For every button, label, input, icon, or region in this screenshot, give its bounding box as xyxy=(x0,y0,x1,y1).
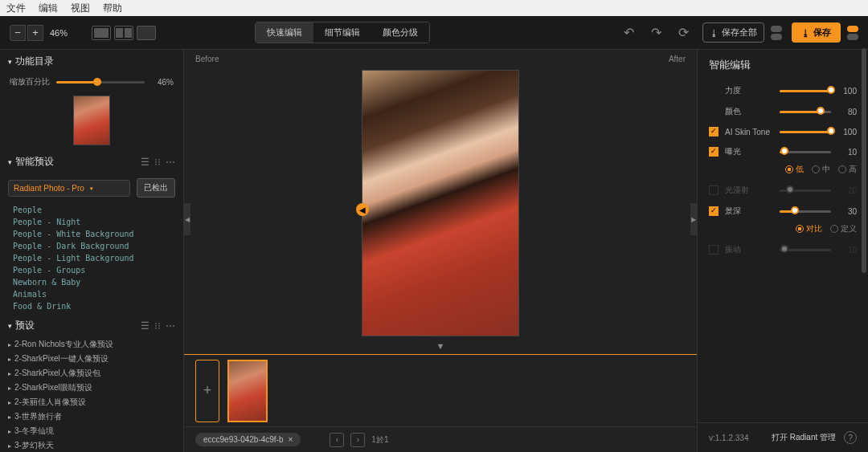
after-label: After xyxy=(669,55,686,63)
scrollbar[interactable] xyxy=(862,48,866,273)
section-preset[interactable]: 预设 ☰ ⁝⁝ ⋯ xyxy=(0,314,183,337)
zoom-in-button[interactable]: + xyxy=(27,25,43,41)
depth-contrast-radio[interactable]: 对比 xyxy=(796,223,822,234)
filmstrip-thumb[interactable] xyxy=(227,360,268,422)
strength-slider[interactable] xyxy=(780,90,831,92)
next-image-button[interactable]: › xyxy=(350,433,365,447)
zoom-slider-value: 46% xyxy=(151,78,174,87)
zoom-slider-label: 缩放百分比 xyxy=(10,76,50,88)
preset-item[interactable]: People - Dark Background xyxy=(13,240,170,252)
preset-item[interactable]: People - Light Background xyxy=(13,252,170,264)
preset-dropdown[interactable]: Radiant Photo - Pro ▾ xyxy=(8,180,130,197)
section-catalog[interactable]: 功能目录 xyxy=(0,50,183,73)
save-button[interactable]: ⭳ 保存 xyxy=(792,22,841,43)
exposure-high-radio[interactable]: 高 xyxy=(838,164,857,175)
edit-mode-tabs: 快速编辑 细节编辑 颜色分级 xyxy=(255,22,430,43)
exposure-slider[interactable] xyxy=(780,151,831,153)
menu-help[interactable]: 帮助 xyxy=(103,2,122,15)
filename-chip[interactable]: eccc9e93-042b-4c9f-b × xyxy=(195,433,301,446)
exposure-low-radio[interactable]: 低 xyxy=(785,164,804,175)
view-single-icon[interactable] xyxy=(92,26,111,40)
list-view-icon[interactable]: ☰ xyxy=(141,157,149,168)
shake-checkbox[interactable] xyxy=(709,245,719,255)
save-all-button[interactable]: ⭳ 保存全部 xyxy=(702,22,764,43)
list-view-icon[interactable]: ☰ xyxy=(141,320,149,332)
depth-define-radio[interactable]: 定义 xyxy=(830,223,857,234)
undo-icon[interactable]: ↶ xyxy=(620,24,638,42)
right-panel: 智能编辑 力度 100 颜色 80 AI Skin Tone 100 曝光 10… xyxy=(697,50,868,452)
tab-quick-edit[interactable]: 快速编辑 xyxy=(256,22,313,43)
collapse-right-handle[interactable]: ▶ xyxy=(690,203,697,235)
save-toggle[interactable] xyxy=(847,26,858,40)
exposure-mid-radio[interactable]: 中 xyxy=(812,164,830,175)
preset-item[interactable]: Newborn & Baby xyxy=(13,276,170,288)
close-icon[interactable]: × xyxy=(289,435,293,444)
param-diffuse: 光漫射 20 xyxy=(698,180,868,201)
view-mode-group xyxy=(92,26,156,40)
tab-detail-edit[interactable]: 细节编辑 xyxy=(313,22,371,43)
exposure-checkbox[interactable] xyxy=(709,147,719,157)
depth-mode-radios: 对比 定义 xyxy=(698,222,868,239)
grid-view-icon[interactable]: ⁝⁝ xyxy=(154,320,161,332)
version-label: v:1.1.2.334 xyxy=(709,434,748,442)
preset-category[interactable]: 2-SharkPixel眼睛预设 xyxy=(0,381,183,395)
open-radiant-manager-link[interactable]: 打开 Radiant 管理 xyxy=(772,432,836,443)
menu-file[interactable]: 文件 xyxy=(6,2,26,15)
skin-tone-slider[interactable] xyxy=(780,131,831,133)
preset-item[interactable]: People xyxy=(13,204,170,216)
param-strength: 力度 100 xyxy=(698,80,868,101)
param-depth: 景深 30 xyxy=(698,201,868,222)
param-shake: 振动 10 xyxy=(698,239,868,260)
zoom-slider[interactable] xyxy=(56,81,145,83)
color-slider[interactable] xyxy=(780,111,831,113)
preset-item[interactable]: People - Groups xyxy=(13,264,170,276)
preset-category[interactable]: 2-SharkPixel一键人像预设 xyxy=(0,352,183,366)
view-split-icon[interactable] xyxy=(114,26,133,40)
preset-item[interactable]: People - Night xyxy=(13,216,170,228)
more-icon[interactable]: ⋯ xyxy=(166,320,175,332)
refresh-icon[interactable]: ⟳ xyxy=(675,24,693,42)
smart-edit-title: 智能编辑 xyxy=(698,50,868,80)
preset-category[interactable]: 2-美丽佳人肖像预设 xyxy=(0,395,183,409)
redo-icon[interactable]: ↷ xyxy=(648,24,665,42)
more-icon[interactable]: ⋯ xyxy=(166,157,175,168)
depth-slider[interactable] xyxy=(780,210,831,213)
menu-edit[interactable]: 编辑 xyxy=(39,2,58,15)
tab-color-grade[interactable]: 颜色分级 xyxy=(371,22,429,43)
expand-down-icon[interactable]: ▼ xyxy=(184,338,697,354)
preset-category[interactable]: 3-冬季仙境 xyxy=(0,424,183,438)
thumbnail-preview[interactable] xyxy=(73,96,110,145)
center-canvas: Before After ◀ ◀ ▶ ▼ + eccc9e93-042b-4c9… xyxy=(184,50,697,452)
preset-item[interactable]: Animals xyxy=(13,288,170,300)
photo-preview[interactable]: ◀ xyxy=(362,70,519,336)
preset-item[interactable]: Food & Drink xyxy=(13,300,170,312)
menu-view[interactable]: 视图 xyxy=(71,2,90,15)
skin-tone-checkbox[interactable] xyxy=(709,127,719,136)
preset-item[interactable]: People - White Background xyxy=(13,228,170,240)
collapse-left-handle[interactable]: ◀ xyxy=(184,203,190,235)
prev-image-button[interactable]: ‹ xyxy=(330,433,344,447)
compare-slider-handle[interactable]: ◀ xyxy=(356,203,369,216)
preset-category-list: 2-Ron Nichols专业人像预设 2-SharkPixel一键人像预设 2… xyxy=(0,337,183,452)
diffuse-checkbox[interactable] xyxy=(709,185,719,195)
main-area: 功能目录 缩放百分比 46% 智能预设 ☰ ⁝⁝ ⋯ Radiant Photo… xyxy=(0,50,868,452)
exposure-mode-radios: 低 中 高 xyxy=(698,162,868,180)
preset-category[interactable]: 3-梦幻秋天 xyxy=(0,438,183,452)
add-image-button[interactable]: + xyxy=(195,360,219,422)
help-icon[interactable]: ? xyxy=(844,431,857,444)
preset-category[interactable]: 2-Ron Nichols专业人像预设 xyxy=(0,337,183,352)
view-grid-icon[interactable] xyxy=(137,26,156,40)
shake-slider xyxy=(780,249,831,251)
preset-category[interactable]: 2-SharkPixel人像预设包 xyxy=(0,366,183,381)
zoom-slider-row: 缩放百分比 46% xyxy=(0,73,183,91)
detect-button[interactable]: 已检出 xyxy=(137,178,175,197)
menubar: 文件 编辑 视图 帮助 xyxy=(0,0,868,16)
canvas-area[interactable]: ◀ ◀ ▶ xyxy=(184,68,697,338)
save-all-toggle[interactable] xyxy=(771,26,782,40)
grid-view-icon[interactable]: ⁝⁝ xyxy=(154,157,161,168)
download-icon: ⭳ xyxy=(801,28,810,38)
preset-category[interactable]: 3-世界旅行者 xyxy=(0,409,183,424)
section-smart-preset[interactable]: 智能预设 ☰ ⁝⁝ ⋯ xyxy=(0,150,183,173)
depth-checkbox[interactable] xyxy=(709,206,719,216)
zoom-out-button[interactable]: − xyxy=(10,25,26,41)
